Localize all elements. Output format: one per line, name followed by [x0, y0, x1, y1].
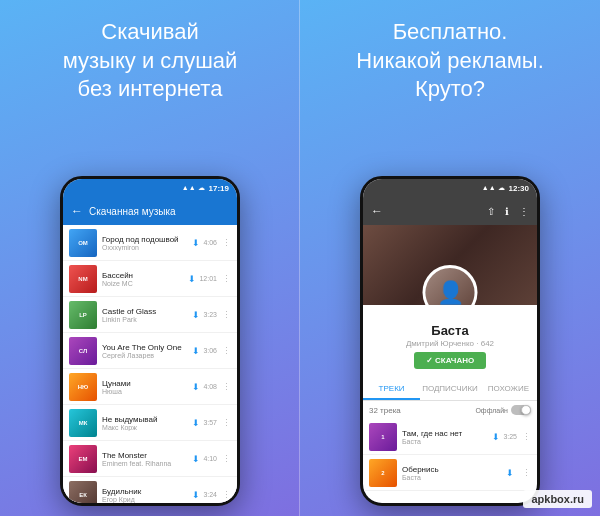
tab-item[interactable]: ТРЕКИ — [363, 379, 420, 400]
tracks-header: 32 трека Оффлайн — [363, 401, 537, 419]
thumb-label: НЮ — [69, 373, 97, 401]
download-icon[interactable]: ⬇ — [192, 454, 200, 464]
song-title: Город под подошвой — [102, 235, 192, 244]
thumb-label: СЛ — [69, 337, 97, 365]
thumb-label: ОМ — [69, 229, 97, 257]
thumb-label: ЕК — [69, 481, 97, 504]
song-title: Castle of Glass — [102, 307, 192, 316]
track-item[interactable]: 2 Обернись Баста ⬇ ⋮ — [363, 455, 537, 491]
right-more-icon[interactable]: ⋮ — [519, 206, 529, 217]
toggle-knob — [521, 405, 531, 415]
thumb-label: 1 — [369, 423, 397, 451]
song-duration: 4:10 — [203, 455, 217, 462]
song-more-icon[interactable]: ⋮ — [222, 382, 231, 392]
song-more-icon[interactable]: ⋮ — [222, 310, 231, 320]
left-phone-wrapper: ▲▲ ☁ 17:19 ← Скачанная музыка ОМ Город п… — [60, 118, 240, 516]
song-meta: ⬇ 4:10 ⋮ — [192, 454, 231, 464]
track-artist: Баста — [402, 474, 506, 481]
tab-item[interactable]: ПОХОЖИЕ — [480, 379, 537, 400]
song-duration: 4:06 — [203, 239, 217, 246]
track-more-icon[interactable]: ⋮ — [522, 432, 531, 442]
download-icon[interactable]: ⬇ — [192, 418, 200, 428]
song-more-icon[interactable]: ⋮ — [222, 274, 231, 284]
left-app-bar: ← Скачанная музыка — [63, 197, 237, 225]
left-signal-icons: ▲▲ ☁ — [182, 184, 205, 192]
artist-avatar-icon: 👤 — [437, 280, 464, 306]
song-title: Не выдумывай — [102, 415, 192, 424]
song-info: Цунами Нюша — [102, 379, 192, 395]
download-icon[interactable]: ⬇ — [192, 382, 200, 392]
track-item[interactable]: 1 Там, где нас нет Баста ⬇ 3:25 ⋮ — [363, 419, 537, 455]
song-more-icon[interactable]: ⋮ — [222, 346, 231, 356]
right-track-list: 1 Там, где нас нет Баста ⬇ 3:25 ⋮ 2 Обер… — [363, 419, 537, 491]
song-item[interactable]: ОМ Город под подошвой Оxxxymiron ⬇ 4:06 … — [63, 225, 237, 261]
song-duration: 4:08 — [203, 383, 217, 390]
left-phone-screen: ▲▲ ☁ 17:19 ← Скачанная музыка ОМ Город п… — [63, 179, 237, 503]
download-icon[interactable]: ⬇ — [188, 274, 196, 284]
track-thumbnail: 2 — [369, 459, 397, 487]
left-time: 17:19 — [209, 184, 229, 193]
tab-item[interactable]: ПОДПИСЧИКИ — [420, 379, 480, 400]
track-meta: ⬇ ⋮ — [506, 468, 531, 478]
song-more-icon[interactable]: ⋮ — [222, 238, 231, 248]
song-title: The Monster — [102, 451, 192, 460]
right-phone-screen: ▲▲ ☁ 12:30 ← ⇧ ℹ ⋮ 👤 — [363, 179, 537, 503]
toggle-switch[interactable] — [511, 405, 531, 415]
song-more-icon[interactable]: ⋮ — [222, 418, 231, 428]
track-title: Там, где нас нет — [402, 429, 492, 438]
right-back-button[interactable]: ← — [371, 204, 383, 218]
artist-name: Баста — [369, 323, 531, 338]
download-icon[interactable]: ⬇ — [192, 346, 200, 356]
right-headline: Бесплатно. Никакой рекламы. Круто? — [336, 0, 564, 118]
song-item[interactable]: LP Castle of Glass Linkin Park ⬇ 3:23 ⋮ — [63, 297, 237, 333]
offline-toggle[interactable]: Оффлайн — [475, 405, 531, 415]
song-item[interactable]: НЮ Цунами Нюша ⬇ 4:08 ⋮ — [63, 369, 237, 405]
song-meta: ⬇ 4:06 ⋮ — [192, 238, 231, 248]
song-thumbnail: ЕК — [69, 481, 97, 504]
song-info: Город под подошвой Оxxxymiron — [102, 235, 192, 251]
song-thumbnail: LP — [69, 301, 97, 329]
right-panel: Бесплатно. Никакой рекламы. Круто? ▲▲ ☁ … — [300, 0, 600, 516]
right-phone-wrapper: ▲▲ ☁ 12:30 ← ⇧ ℹ ⋮ 👤 — [360, 118, 540, 516]
song-artist: Noize MC — [102, 280, 188, 287]
song-more-icon[interactable]: ⋮ — [222, 454, 231, 464]
track-duration: 3:25 — [503, 433, 517, 440]
song-item[interactable]: EM The Monster Eminem feat. Rihanna ⬇ 4:… — [63, 441, 237, 477]
track-info: Обернись Баста — [402, 465, 506, 481]
download-icon[interactable]: ⬇ — [192, 490, 200, 500]
song-duration: 3:24 — [203, 491, 217, 498]
song-artist: Сергей Лазарев — [102, 352, 192, 359]
song-title: Будильник — [102, 487, 192, 496]
track-download-icon[interactable]: ⬇ — [492, 432, 500, 442]
download-icon[interactable]: ⬇ — [192, 238, 200, 248]
song-meta: ⬇ 3:57 ⋮ — [192, 418, 231, 428]
song-item[interactable]: NM Бассейн Noize MC ⬇ 12:01 ⋮ — [63, 261, 237, 297]
song-artist: Оxxxymiron — [102, 244, 192, 251]
tracks-count: 32 трека — [369, 406, 401, 415]
right-phone: ▲▲ ☁ 12:30 ← ⇧ ℹ ⋮ 👤 — [360, 176, 540, 506]
track-download-icon[interactable]: ⬇ — [506, 468, 514, 478]
right-signal-icons: ▲▲ ☁ — [482, 184, 505, 192]
download-button[interactable]: ✓ СКАЧАНО — [414, 352, 486, 369]
song-item[interactable]: МК Не выдумывай Макс Корж ⬇ 3:57 ⋮ — [63, 405, 237, 441]
track-artist: Баста — [402, 438, 492, 445]
song-item[interactable]: СЛ You Are The Only One Сергей Лазарев ⬇… — [63, 333, 237, 369]
track-more-icon[interactable]: ⋮ — [522, 468, 531, 478]
right-share-icon[interactable]: ⇧ — [487, 206, 495, 217]
song-meta: ⬇ 4:08 ⋮ — [192, 382, 231, 392]
download-icon[interactable]: ⬇ — [192, 310, 200, 320]
song-duration: 3:57 — [203, 419, 217, 426]
tabs-bar: ТРЕКИПОДПИСЧИКИПОХОЖИЕ — [363, 379, 537, 401]
artist-banner: 👤 — [363, 225, 537, 305]
watermark: apkbox.ru — [523, 490, 592, 508]
song-item[interactable]: ЕК Будильник Егор Крид ⬇ 3:24 ⋮ — [63, 477, 237, 503]
right-info-icon[interactable]: ℹ — [505, 206, 509, 217]
left-song-list: ОМ Город под подошвой Оxxxymiron ⬇ 4:06 … — [63, 225, 237, 503]
left-headline: Скачивай музыку и слушай без интернета — [43, 0, 258, 118]
thumb-label: EM — [69, 445, 97, 473]
song-meta: ⬇ 12:01 ⋮ — [188, 274, 231, 284]
thumb-label: LP — [69, 301, 97, 329]
left-back-button[interactable]: ← — [71, 204, 83, 218]
song-more-icon[interactable]: ⋮ — [222, 490, 231, 500]
song-info: The Monster Eminem feat. Rihanna — [102, 451, 192, 467]
